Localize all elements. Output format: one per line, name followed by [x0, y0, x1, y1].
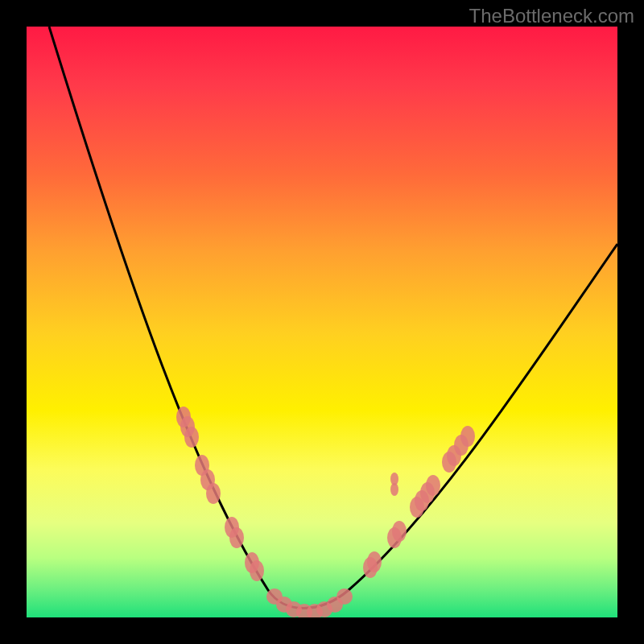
bottleneck-curve-svg [27, 27, 617, 617]
svg-point-25 [426, 475, 440, 496]
curve-markers-right [363, 426, 475, 578]
svg-point-7 [229, 527, 244, 548]
watermark-text: TheBottleneck.com [469, 5, 634, 27]
svg-point-2 [184, 427, 199, 448]
curve-markers-bottom [266, 588, 353, 617]
svg-point-19 [367, 551, 382, 572]
svg-point-31 [390, 483, 398, 496]
svg-point-9 [250, 560, 264, 581]
bottleneck-curve [49, 27, 617, 609]
svg-point-21 [392, 521, 407, 542]
plot-area [27, 27, 617, 617]
curve-markers-left [176, 407, 264, 581]
tick-mark-right [390, 473, 398, 496]
svg-point-5 [206, 483, 221, 504]
svg-point-29 [460, 426, 475, 447]
chart-frame: TheBottleneck.com [0, 0, 644, 644]
svg-point-17 [336, 588, 353, 605]
